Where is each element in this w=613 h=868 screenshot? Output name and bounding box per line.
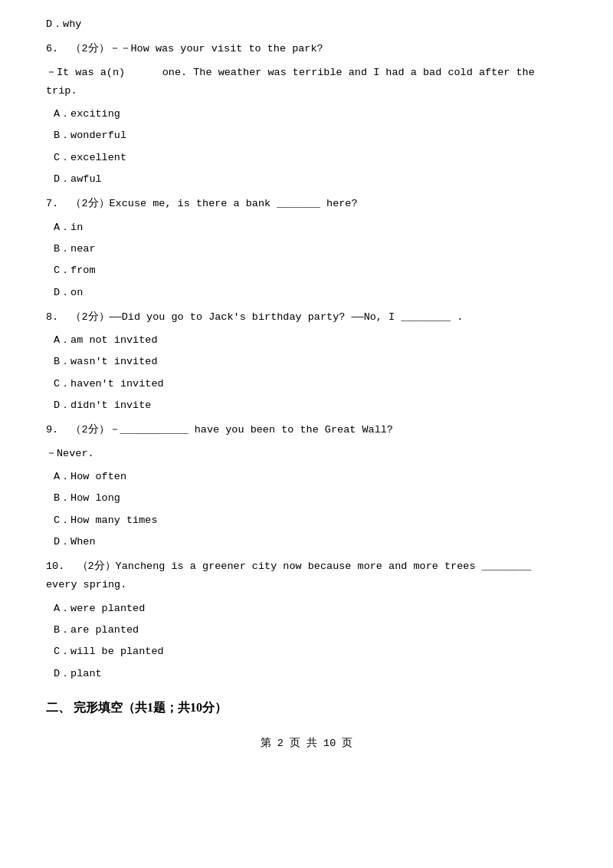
question-7: 7. （2分）Excuse me, is there a bank ______… [46,195,567,213]
q8-option-b: B．wasn't invited [46,353,567,371]
q7-option-a: A．in [46,219,567,237]
q6-option-a: A．exciting [46,105,567,123]
q6-option-d: D．awful [46,170,567,189]
question-8: 8. （2分）——Did you go to Jack's birthday p… [46,308,567,327]
q8-option-c: C．haven't invited [46,375,567,393]
q10-option-d: D．plant [46,665,567,683]
question-6: 6. （2分）－－How was your visit to the park? [46,40,567,58]
question-9-sub: －Never. [46,445,567,463]
q9-option-d: D．When [46,533,567,551]
q7-option-c: C．from [46,261,567,280]
q6-option-c: C．excellent [46,149,567,167]
q9-option-b: B．How long [46,489,567,508]
page-footer: 第 2 页 共 10 页 [46,735,567,753]
q7-option-d: D．on [46,284,567,302]
option-d-why: D．why [46,15,567,34]
question-9: 9. （2分）－___________ have you been to the… [46,421,567,439]
q8-option-d: D．didn't invite [46,396,567,415]
question-10: 10. （2分）Yancheng is a greener city now b… [46,557,567,595]
q10-option-a: A．were planted [46,600,567,618]
q10-option-c: C．will be planted [46,643,567,661]
section-number: 二、 [46,701,70,714]
q9-option-c: C．How many times [46,511,567,530]
section-title: 完形填空（共1题；共10分） [74,701,227,714]
q10-option-b: B．are planted [46,621,567,639]
q6-option-b: B．wonderful [46,127,567,145]
q9-option-a: A．How often [46,468,567,486]
question-6-sub: －It was a(n) one. The weather was terrib… [46,64,567,101]
footer-text: 第 2 页 共 10 页 [261,738,353,749]
q7-option-b: B．near [46,240,567,258]
q8-option-a: A．am not invited [46,331,567,350]
section-two-header: 二、 完形填空（共1题；共10分） [46,697,567,719]
